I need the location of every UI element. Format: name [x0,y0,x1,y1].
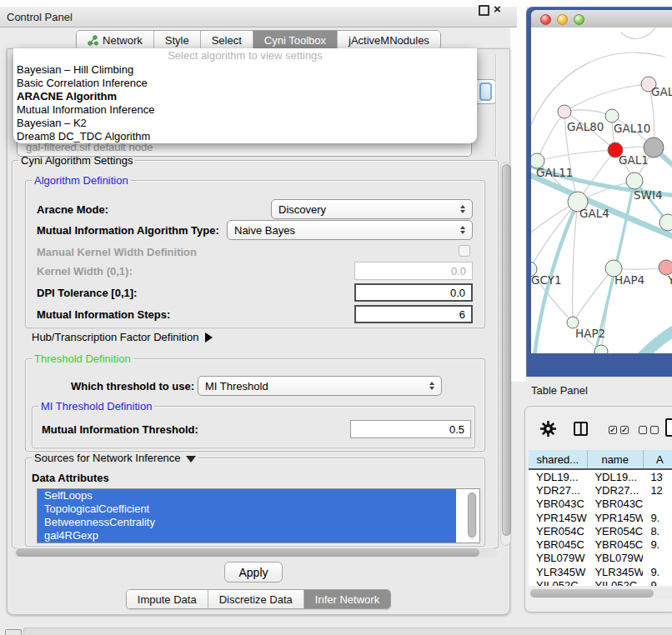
select-all-checkbox-icon[interactable]: ✓ [609,426,617,434]
network-edge[interactable] [564,110,612,116]
table-panel-title: Table Panel [531,384,588,397]
aracne-mode-select[interactable]: Discovery [271,199,473,219]
tab-network-label: Network [103,34,143,47]
document-icon[interactable] [665,418,672,437]
mi-steps-field[interactable]: 6 [354,305,473,323]
manual-kernel-width-checkbox[interactable] [459,245,470,257]
network-node-swi4[interactable] [626,172,643,189]
settings-gear-icon[interactable] [539,420,557,438]
mode-tab-discretize-data-label: Discretize Data [219,593,293,606]
disclosure-right-icon [205,332,213,342]
settings-vscroll-thumb[interactable] [502,164,511,536]
tab-style[interactable]: Style [154,31,201,49]
float-window-icon[interactable] [479,5,489,16]
algorithm-item-bayesian-hill-climbing[interactable]: Bayesian – Hill Climbing [13,63,477,77]
zoom-traffic-light[interactable] [574,14,584,25]
table-cell: YIL052C [529,579,587,586]
cytopanel-corner-button[interactable] [5,629,22,635]
table-row[interactable]: YPR145WYPR145W9. [529,511,672,524]
dpi-tolerance-field[interactable]: 0.0 [354,283,473,302]
table-row[interactable]: YIL052CYIL052C9. [529,578,672,586]
table-row[interactable]: YBL079WYBL079W [529,552,672,565]
network-window-titlebar[interactable] [531,10,672,29]
tab-jactivemnodules-label: jActiveMNodules [349,34,429,47]
attribute-item-gal4rgexp[interactable]: gal4RGexp [38,529,456,542]
network-edge[interactable] [643,326,672,353]
network-edge[interactable] [531,172,672,239]
column-header-name[interactable]: name [588,450,644,468]
table-row[interactable]: YDR27...YDR27...12 [529,483,672,497]
network-node-node-green-right[interactable] [659,214,672,231]
network-edge[interactable] [621,28,658,38]
column-visibility-icon[interactable] [574,422,588,436]
deselect-all-checkbox-icon[interactable] [639,426,647,434]
mode-tab-discretize-data[interactable]: Discretize Data [208,590,304,608]
network-edge[interactable] [537,112,564,161]
node-label-node-salmon: Y [667,273,672,287]
algorithm-item-bayesian-k2[interactable]: Bayesian – K2 [13,117,477,130]
table-row[interactable]: YLR345WYLR345W9. [529,565,672,578]
table-row[interactable]: YER054CYER054C8. [529,524,672,538]
attribute-item-betweennesscentrality[interactable]: BetweennessCentrality [38,516,456,529]
table-panel: ✓ ✓ shared...nameA YDL19...YDL19...13YDR… [524,406,672,612]
apply-button[interactable]: Apply [224,562,283,582]
attribute-item-selfloops[interactable]: SelfLoops [38,489,456,502]
mi-threshold-field[interactable]: 0.5 [350,420,471,438]
network-node-gal80[interactable] [558,105,571,118]
attribute-item-topologicalcoefficient[interactable]: TopologicalCoefficient [38,502,456,516]
table-cell: 9. [643,512,672,524]
settings-hscroll-thumb[interactable] [16,548,479,557]
mode-tab-infer-network[interactable]: Infer Network [304,590,390,608]
hub-definition-disclosure[interactable]: Hub/Transcription Factor Definition [32,331,213,343]
kernel-width-field[interactable]: 0.0 [354,262,473,280]
mode-tab-impute-data[interactable]: Impute Data [127,590,208,608]
which-threshold-select[interactable]: MI Threshold [198,376,442,396]
sources-title-text: Sources for Network Inference [34,452,181,464]
algorithm-item-mutual-information-inference[interactable]: Mutual Information Inference [13,103,477,117]
data-attributes-list[interactable]: SelfLoopsTopologicalCoefficientBetweenne… [37,488,480,543]
algorithm-dropdown[interactable]: Select algorithm to view settings Bayesi… [13,48,477,143]
deselect-all-checkbox-icon-2[interactable] [650,426,659,434]
node-label-hap4: HAP4 [614,273,644,287]
network-edge[interactable] [537,150,615,161]
table-cell: YLR345W [529,566,587,578]
node-label-gal11: GAL11 [536,166,573,179]
network-edge[interactable] [564,84,649,112]
table-body: YDL19...YDL19...13YDR27...YDR27...12YBR0… [529,470,672,586]
tab-select[interactable]: Select [201,31,253,49]
sources-title[interactable]: Sources for Network Inference [32,452,198,464]
threshold-definition-title: Threshold Definition [32,352,133,365]
algorithm-item-basic-correlation-inference[interactable]: Basic Correlation Inference [13,77,477,90]
network-edge[interactable] [573,202,578,322]
algorithm-item-dream8-dc-tdc-algorithm[interactable]: Dream8 DC_TDC Algorithm [13,130,477,143]
tab-cyni-toolbox[interactable]: Cyni Toolbox [253,31,338,49]
node-label-hap2: HAP2 [575,327,605,340]
column-header-a[interactable]: A [644,450,672,468]
table-horizontal-scrollbar [529,588,672,598]
occluded-groupbox-edge [495,55,496,157]
minimize-traffic-light[interactable] [557,14,568,25]
close-icon[interactable]: × [494,2,501,16]
tab-segment: NetworkStyleSelectCyni ToolboxjActiveMNo… [76,30,441,50]
mi-threshold-value: 0.5 [449,423,464,436]
node-label-gal80: GAL80 [567,120,604,133]
screen: Control Panel × NetworkStyleSelectCyni T… [0,0,672,635]
table-row[interactable]: YBR045CYBR045C9. [529,538,672,551]
settings-vertical-scrollbar [500,162,511,546]
table-toolbar: ✓ ✓ [525,407,672,450]
select-all-checkbox-icon-2[interactable]: ✓ [620,426,629,434]
tab-jactivemnodules[interactable]: jActiveMNodules [338,31,440,49]
algorithm-item-aracne-algorithm[interactable]: ARACNE Algorithm [13,90,477,103]
table-cell: YBL079W [529,552,587,564]
close-traffic-light[interactable] [540,14,551,25]
table-row[interactable]: YDL19...YDL19...13 [529,470,672,483]
table-row[interactable]: YBR043CYBR043C [529,498,672,511]
network-node-gal10[interactable] [605,109,619,122]
tab-network[interactable]: Network [77,31,154,49]
mi-algorithm-type-select[interactable]: Naive Bayes [227,220,473,240]
table-hscroll-thumb[interactable] [530,589,654,598]
column-header-shared[interactable]: shared... [529,450,588,468]
focused-stepper-icon[interactable] [479,82,492,101]
attributes-scroll-thumb[interactable] [468,492,476,538]
network-canvas[interactable]: GALGAL80GAL10GAL1GAL11SWI4GAL4GCY1HAP4YH… [531,28,672,353]
